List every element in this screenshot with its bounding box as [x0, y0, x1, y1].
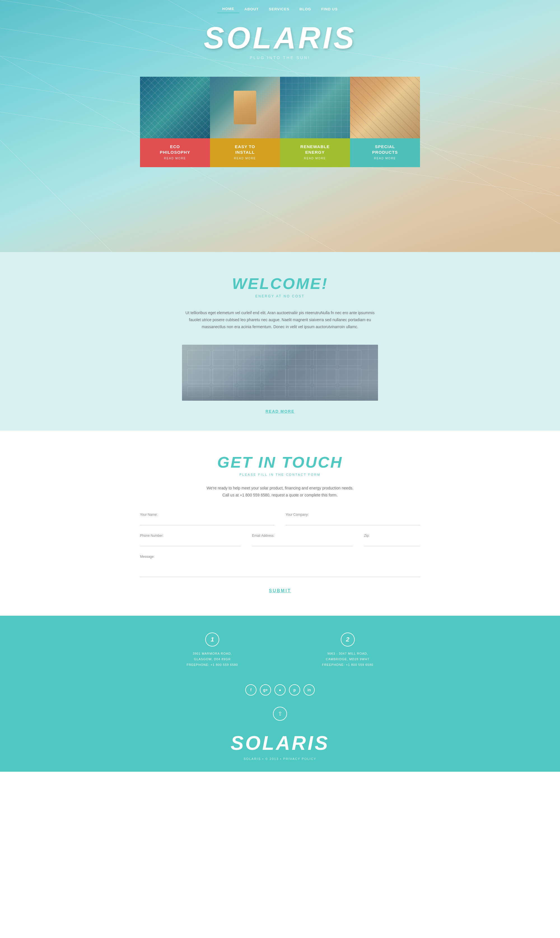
message-input[interactable]	[140, 560, 420, 577]
zip-label: Zip:	[364, 534, 420, 538]
svg-rect-27	[263, 387, 286, 397]
hero-title: SOLARIS	[204, 22, 357, 53]
feature-card-renewable-image	[280, 77, 350, 138]
form-row-1: Your Name: Your Company:	[140, 513, 420, 525]
submit-button[interactable]: SUBMIT	[269, 588, 291, 593]
svg-rect-28	[288, 387, 311, 397]
svg-rect-24	[188, 387, 210, 397]
nav-find-us[interactable]: FIND US	[316, 5, 343, 13]
message-field: Message:	[140, 555, 420, 577]
feature-card-install[interactable]: EASY TO INSTALL READ MORE	[210, 77, 280, 167]
svg-rect-25	[213, 387, 235, 397]
location-2-number: 2	[341, 632, 355, 646]
phone-label: Phone Number:	[140, 534, 241, 538]
feature-card-eco-label: ECO PHILOSOPHY READ MORE	[140, 138, 210, 167]
location-2: 2 9063 - 3047 MILL ROAD, CAMBRIDGE, MD28…	[322, 632, 373, 667]
welcome-body: Ut tellioribus eget elemetum vel curleif…	[182, 309, 378, 331]
hero-section: HOME ABOUT SERVICES BLOG FIND US SOLARIS…	[0, 0, 560, 252]
location-1-text: 3901 MARMORA ROAD, GLASGOW, D04 89GR FRE…	[187, 651, 238, 667]
special-read-more[interactable]: READ MORE	[355, 157, 414, 160]
linkedin-icon[interactable]: in	[303, 684, 315, 695]
nav-blog[interactable]: BLOG	[295, 5, 316, 13]
welcome-image	[182, 345, 378, 401]
feature-card-special-image	[350, 77, 420, 138]
footer-locations: 1 3901 MARMORA ROAD, GLASGOW, D04 89GR F…	[0, 632, 560, 667]
feature-cards: ECO PHILOSOPHY READ MORE EASY TO INSTALL…	[140, 77, 420, 167]
welcome-title: WELCOME!	[0, 274, 560, 292]
rss-icon[interactable]: ●	[274, 684, 286, 695]
message-label: Message:	[140, 555, 420, 558]
googleplus-icon[interactable]: g+	[260, 684, 271, 695]
contact-form: Your Name: Your Company: Phone Number: E…	[140, 513, 420, 593]
contact-section: GET IN TOUCH PLEASE FILL IN THE CONTACT …	[0, 431, 560, 616]
nav-home[interactable]: HOME	[217, 5, 239, 13]
name-label: Your Name:	[140, 513, 274, 517]
email-label: Email Address:	[252, 534, 353, 538]
welcome-section: WELCOME! ENERGY AT NO COST Ut tellioribu…	[0, 252, 560, 431]
svg-rect-9	[182, 345, 378, 401]
company-label: Your Company:	[286, 513, 420, 517]
nav-about[interactable]: ABOUT	[239, 5, 264, 13]
feature-card-special-label: SPECIAL PRODUCTS READ MORE	[350, 138, 420, 167]
location-1: 1 3901 MARMORA ROAD, GLASGOW, D04 89GR F…	[187, 632, 238, 667]
email-field: Email Address:	[252, 534, 353, 546]
zip-field: Zip:	[364, 534, 420, 546]
feature-card-renewable-label: RENEWABLE ENERGY READ MORE	[280, 138, 350, 167]
feature-card-special[interactable]: SPECIAL PRODUCTS READ MORE	[350, 77, 420, 167]
install-read-more[interactable]: READ MORE	[215, 157, 274, 160]
company-input[interactable]	[286, 518, 420, 525]
footer: 1 3901 MARMORA ROAD, GLASGOW, D04 89GR F…	[0, 616, 560, 772]
feature-card-install-label: EASY TO INSTALL READ MORE	[210, 138, 280, 167]
form-row-3: Message:	[140, 555, 420, 577]
pinterest-icon[interactable]: p	[289, 684, 300, 695]
location-2-text: 9063 - 3047 MILL ROAD, CAMBRIDGE, MD28 9…	[322, 651, 373, 667]
phone-input[interactable]	[140, 539, 241, 546]
back-to-top-button[interactable]: ⇧	[273, 707, 287, 721]
footer-copyright: SOLARIS • © 2013 • PRIVACY POLICY	[0, 757, 560, 761]
company-field: Your Company:	[286, 513, 420, 525]
main-nav: HOME ABOUT SERVICES BLOG FIND US	[0, 0, 560, 18]
svg-line-8	[0, 140, 112, 252]
contact-title: GET IN TOUCH	[0, 453, 560, 471]
email-input[interactable]	[252, 539, 353, 546]
feature-card-install-image	[210, 77, 280, 138]
facebook-icon[interactable]: f	[245, 684, 257, 695]
location-1-number: 1	[205, 632, 219, 646]
phone-field: Phone Number:	[140, 534, 241, 546]
name-input[interactable]	[140, 518, 274, 525]
contact-subtitle: PLEASE FILL IN THE CONTACT FORM	[0, 473, 560, 476]
eco-read-more[interactable]: READ MORE	[146, 157, 205, 160]
svg-rect-30	[339, 387, 361, 397]
feature-card-eco-image	[140, 77, 210, 138]
welcome-image-overlay	[182, 345, 378, 401]
nav-services[interactable]: SERVICES	[264, 5, 295, 13]
svg-rect-29	[314, 387, 336, 397]
welcome-read-more[interactable]: READ MORE	[265, 409, 295, 414]
form-row-2: Phone Number: Email Address: Zip:	[140, 534, 420, 546]
hero-subtitle: PLUG INTO THE SUN!	[250, 55, 310, 60]
name-field: Your Name:	[140, 513, 274, 525]
svg-rect-26	[238, 387, 260, 397]
contact-description: We're ready to help meet your solar prod…	[0, 485, 560, 499]
feature-card-renewable[interactable]: RENEWABLE ENERGY READ MORE	[280, 77, 350, 167]
feature-card-eco[interactable]: ECO PHILOSOPHY READ MORE	[140, 77, 210, 167]
welcome-subtitle: ENERGY AT NO COST	[0, 294, 560, 298]
zip-input[interactable]	[364, 539, 420, 546]
renewable-read-more[interactable]: READ MORE	[286, 157, 345, 160]
hero-content: SOLARIS PLUG INTO THE SUN! ECO PHILOSOPH…	[140, 0, 420, 167]
footer-logo: SOLARIS	[0, 732, 560, 754]
social-icons: f g+ ● p in	[0, 684, 560, 695]
